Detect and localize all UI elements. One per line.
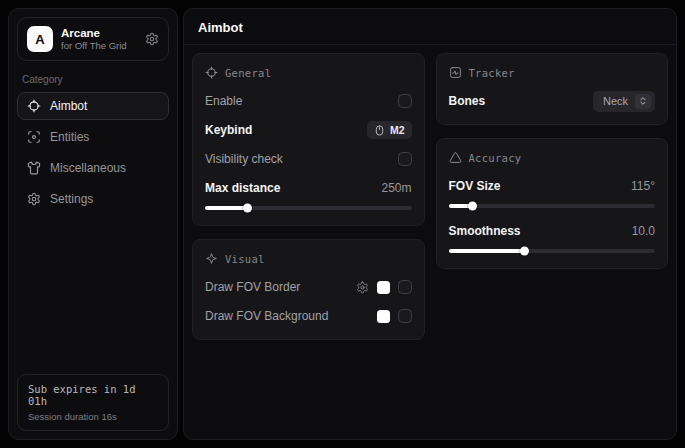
sidebar-header: A Arcane for Off The Grid [17, 17, 169, 61]
fov-size-label: FOV Size [449, 179, 501, 193]
slider-fill [449, 204, 474, 208]
draw-fov-border-checkbox[interactable] [398, 280, 412, 294]
gear-icon [27, 192, 41, 206]
page-title: Aimbot [198, 20, 243, 35]
smoothness-slider[interactable] [449, 249, 656, 253]
category-label: Category [22, 74, 164, 85]
chevrons-up-down-icon [635, 94, 651, 109]
slider-thumb[interactable] [243, 204, 252, 213]
draw-fov-border-controls [356, 280, 412, 294]
keybind-button[interactable]: M2 [367, 121, 412, 139]
sidebar-item-label: Entities [50, 130, 89, 144]
smoothness-row: Smoothness 10.0 [449, 220, 656, 242]
panel-accuracy: Accuracy FOV Size 115° [436, 138, 669, 269]
sidebar-item-settings[interactable]: Settings [17, 185, 169, 213]
smoothness-value: 10.0 [632, 224, 655, 238]
sidebar-item-label: Settings [50, 192, 93, 206]
enable-label: Enable [205, 94, 242, 108]
panel-general: General Enable Keybind M2 [192, 53, 425, 226]
app-meta: Arcane for Off The Grid [61, 27, 127, 51]
app-shell: A Arcane for Off The Grid Category Aimbo… [0, 0, 685, 448]
keybind-label: Keybind [205, 123, 252, 137]
crosshair-icon [205, 66, 218, 79]
fov-size-group: FOV Size 115° [449, 175, 656, 208]
session-duration-text: Session duration 16s [28, 411, 158, 422]
content: General Enable Keybind M2 [184, 45, 676, 348]
sidebar-item-miscellaneous[interactable]: Miscellaneous [17, 154, 169, 182]
bones-select-value: Neck [603, 95, 628, 107]
sidebar: A Arcane for Off The Grid Category Aimbo… [8, 8, 178, 440]
panel-title-text: Tracker [469, 67, 515, 79]
max-distance-label: Max distance [205, 181, 280, 195]
column-right: Tracker Bones Neck [436, 53, 669, 269]
fov-size-row: FOV Size 115° [449, 175, 656, 197]
panel-title-text: Visual [225, 253, 265, 265]
bones-row: Bones Neck [449, 90, 656, 112]
panel-title-text: Accuracy [469, 152, 522, 164]
draw-fov-background-checkbox[interactable] [398, 309, 412, 323]
enable-row: Enable [205, 90, 412, 112]
bones-label: Bones [449, 94, 486, 108]
max-distance-value: 250m [381, 181, 411, 195]
sidebar-item-aimbot[interactable]: Aimbot [17, 92, 169, 120]
visibility-check-checkbox[interactable] [398, 152, 412, 166]
smoothness-label: Smoothness [449, 224, 521, 238]
panel-tracker: Tracker Bones Neck [436, 53, 669, 125]
sidebar-item-label: Aimbot [50, 99, 87, 113]
panel-general-title: General [205, 66, 412, 79]
bones-select[interactable]: Neck [593, 91, 655, 112]
scan-eye-icon [27, 130, 41, 144]
slider-thumb[interactable] [520, 247, 529, 256]
panel-visual: Visual Draw FOV Border Draw [192, 239, 425, 340]
mouse-icon [374, 125, 385, 136]
max-distance-group: Max distance 250m [205, 177, 412, 210]
gear-icon[interactable] [145, 32, 159, 46]
panel-visual-title: Visual [205, 252, 412, 265]
slider-thumb[interactable] [468, 202, 477, 211]
draw-fov-background-controls [377, 309, 412, 323]
max-distance-row: Max distance 250m [205, 177, 412, 199]
subscription-card: Sub expires in 1d 01h Session duration 1… [17, 374, 169, 431]
sidebar-item-entities[interactable]: Entities [17, 123, 169, 151]
visibility-check-row: Visibility check [205, 148, 412, 170]
max-distance-slider[interactable] [205, 206, 412, 210]
slider-fill [205, 206, 248, 210]
activity-square-icon [449, 66, 462, 79]
fov-size-slider[interactable] [449, 204, 656, 208]
panel-accuracy-title: Accuracy [449, 151, 656, 164]
color-swatch[interactable] [377, 281, 390, 294]
sidebar-item-label: Miscellaneous [50, 161, 126, 175]
sub-expiry-text: Sub expires in 1d 01h [28, 383, 158, 407]
visibility-check-label: Visibility check [205, 152, 283, 166]
gear-icon[interactable] [356, 281, 369, 294]
keybind-row: Keybind M2 [205, 119, 412, 141]
crosshair-icon [27, 99, 41, 113]
sparkles-icon [205, 252, 218, 265]
color-swatch[interactable] [377, 310, 390, 323]
triangle-icon [449, 151, 462, 164]
draw-fov-border-label: Draw FOV Border [205, 280, 300, 294]
main-panel: Aimbot General Enable [183, 8, 677, 440]
draw-fov-background-label: Draw FOV Background [205, 309, 328, 323]
draw-fov-border-row: Draw FOV Border [205, 276, 412, 298]
app-logo: A [27, 26, 53, 52]
keybind-value: M2 [390, 124, 405, 136]
smoothness-group: Smoothness 10.0 [449, 220, 656, 253]
draw-fov-background-row: Draw FOV Background [205, 305, 412, 327]
shirt-icon [27, 161, 41, 175]
app-subtitle: for Off The Grid [61, 40, 127, 51]
fov-size-value: 115° [631, 179, 655, 193]
main-header: Aimbot [184, 9, 676, 45]
slider-fill [449, 249, 525, 253]
app-name: Arcane [61, 27, 127, 39]
panel-title-text: General [225, 67, 271, 79]
column-left: General Enable Keybind M2 [192, 53, 425, 340]
panel-tracker-title: Tracker [449, 66, 656, 79]
enable-checkbox[interactable] [398, 94, 412, 108]
